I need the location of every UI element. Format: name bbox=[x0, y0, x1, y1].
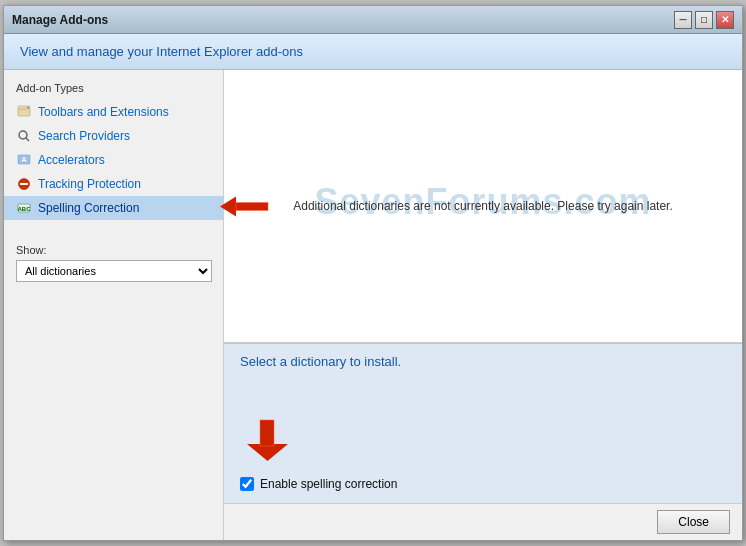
title-bar: Manage Add-ons ─ □ ✕ bbox=[4, 6, 742, 34]
sidebar-item-label: Toolbars and Extensions bbox=[38, 105, 169, 119]
sidebar-item-label: Spelling Correction bbox=[38, 201, 139, 215]
search-circle-icon bbox=[16, 128, 32, 144]
svg-marker-15 bbox=[247, 444, 288, 461]
spelling-correction-wrapper: ABC Spelling Correction bbox=[4, 196, 223, 220]
svg-rect-16 bbox=[260, 420, 274, 446]
checkbox-row: Enable spelling correction bbox=[240, 471, 726, 493]
sidebar-item-search-providers[interactable]: Search Providers bbox=[4, 124, 223, 148]
footer-bar: Close bbox=[224, 503, 742, 540]
gear-icon bbox=[16, 104, 32, 120]
header-text: View and manage your Internet Explorer a… bbox=[20, 44, 303, 59]
header-bar: View and manage your Internet Explorer a… bbox=[4, 34, 742, 70]
svg-point-2 bbox=[27, 107, 29, 109]
dictionary-list-area bbox=[240, 377, 726, 471]
svg-text:A: A bbox=[21, 156, 26, 163]
sidebar-item-tracking-protection[interactable]: Tracking Protection bbox=[4, 172, 223, 196]
main-message: Additional dictionaries are not currentl… bbox=[293, 199, 673, 213]
sidebar-item-toolbars-extensions[interactable]: Toolbars and Extensions bbox=[4, 100, 223, 124]
sidebar-item-label: Tracking Protection bbox=[38, 177, 141, 191]
enable-spelling-checkbox[interactable] bbox=[240, 477, 254, 491]
svg-line-4 bbox=[26, 138, 29, 141]
sidebar-item-spelling-correction[interactable]: ABC Spelling Correction bbox=[4, 196, 223, 220]
down-arrow-icon bbox=[245, 418, 290, 463]
close-window-button[interactable]: ✕ bbox=[716, 11, 734, 29]
accelerator-icon: A bbox=[16, 152, 32, 168]
maximize-button[interactable]: □ bbox=[695, 11, 713, 29]
sidebar: Add-on Types Toolbars and Extensions bbox=[4, 70, 224, 540]
sidebar-item-label: Search Providers bbox=[38, 129, 130, 143]
sidebar-item-accelerators[interactable]: A Accelerators bbox=[4, 148, 223, 172]
minimize-button[interactable]: ─ bbox=[674, 11, 692, 29]
svg-point-3 bbox=[19, 131, 27, 139]
main-content: Add-on Types Toolbars and Extensions bbox=[4, 70, 742, 540]
tracking-protection-icon bbox=[16, 176, 32, 192]
select-dictionary-label: Select a dictionary to install. bbox=[240, 354, 726, 369]
window-controls: ─ □ ✕ bbox=[674, 11, 734, 29]
manage-addons-window: Manage Add-ons ─ □ ✕ View and manage you… bbox=[3, 5, 743, 541]
show-label: Show: bbox=[16, 244, 211, 256]
right-panel: SevenForums.com Additional dictionaries … bbox=[224, 70, 742, 540]
addon-types-label: Add-on Types bbox=[4, 78, 223, 98]
close-button[interactable]: Close bbox=[657, 510, 730, 534]
addon-list-area: SevenForums.com Additional dictionaries … bbox=[224, 70, 742, 343]
enable-spelling-label: Enable spelling correction bbox=[260, 477, 397, 491]
window-title: Manage Add-ons bbox=[12, 13, 108, 27]
show-dropdown[interactable]: All dictionaries bbox=[16, 260, 212, 282]
bottom-panel: Select a dictionary to install. bbox=[224, 343, 742, 503]
spelling-correction-icon: ABC bbox=[16, 200, 32, 216]
svg-rect-14 bbox=[260, 420, 274, 446]
sidebar-item-label: Accelerators bbox=[38, 153, 105, 167]
show-section: Show: All dictionaries bbox=[4, 236, 223, 290]
svg-text:ABC: ABC bbox=[18, 206, 32, 212]
